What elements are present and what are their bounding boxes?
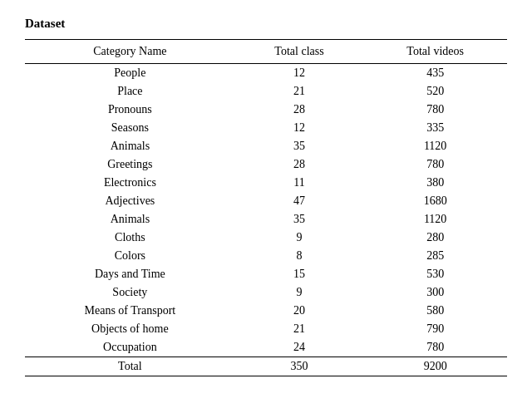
cell-category: Adjectives [25,192,235,210]
cell-total-class: 9 [235,283,364,302]
cell-total-videos: 300 [363,283,507,302]
cell-total-videos: 380 [363,174,507,192]
table-row: Pronouns28780 [25,101,507,119]
table-row: Colors8285 [25,247,507,265]
cell-total-class: 9 [235,229,364,247]
cell-total-videos: 285 [363,247,507,265]
dataset-title: Dataset [25,17,507,31]
cell-total-class: 15 [235,265,364,283]
table-row: Occupation24780 [25,338,507,357]
table-row: Days and Time15530 [25,265,507,283]
cell-category: Seasons [25,119,235,137]
table-row: Society9300 [25,283,507,302]
total-videos-value: 9200 [363,357,507,376]
cell-category: Greetings [25,155,235,174]
cell-total-class: 8 [235,247,364,265]
col-header-total-videos: Total videos [363,40,507,64]
cell-total-class: 21 [235,82,364,101]
cell-category: Animals [25,137,235,155]
cell-total-videos: 780 [363,338,507,357]
cell-total-class: 28 [235,101,364,119]
table-header-row: Category Name Total class Total videos [25,40,507,64]
table-row: Electronics11380 [25,174,507,192]
table-row: Place21520 [25,82,507,101]
cell-total-videos: 530 [363,265,507,283]
cell-category: Cloths [25,229,235,247]
cell-total-videos: 435 [363,64,507,83]
dataset-table: Category Name Total class Total videos P… [25,39,507,376]
cell-total-videos: 780 [363,155,507,174]
cell-category: Electronics [25,174,235,192]
cell-total-videos: 1120 [363,210,507,229]
cell-category: Place [25,82,235,101]
cell-total-class: 11 [235,174,364,192]
cell-category: Objects of home [25,320,235,338]
cell-total-class: 35 [235,137,364,155]
total-row: Total3509200 [25,357,507,376]
table-container: Category Name Total class Total videos P… [25,39,507,376]
table-row: People12435 [25,64,507,83]
cell-total-class: 12 [235,119,364,137]
col-header-category: Category Name [25,40,235,64]
cell-category: Means of Transport [25,302,235,320]
cell-category: Animals [25,210,235,229]
cell-total-videos: 280 [363,229,507,247]
cell-total-class: 12 [235,64,364,83]
table-row: Means of Transport20580 [25,302,507,320]
cell-category: Pronouns [25,101,235,119]
cell-category: Occupation [25,338,235,357]
cell-total-class: 35 [235,210,364,229]
table-row: Adjectives471680 [25,192,507,210]
cell-total-videos: 335 [363,119,507,137]
cell-total-class: 21 [235,320,364,338]
cell-total-videos: 1680 [363,192,507,210]
cell-total-videos: 780 [363,101,507,119]
table-row: Seasons12335 [25,119,507,137]
cell-total-class: 20 [235,302,364,320]
cell-total-class: 28 [235,155,364,174]
table-row: Animals351120 [25,137,507,155]
cell-total-videos: 1120 [363,137,507,155]
col-header-total-class: Total class [235,40,364,64]
table-row: Animals351120 [25,210,507,229]
total-class-value: 350 [235,357,364,376]
cell-category: People [25,64,235,83]
cell-total-videos: 580 [363,302,507,320]
total-label: Total [25,357,235,376]
cell-total-videos: 520 [363,82,507,101]
cell-category: Days and Time [25,265,235,283]
table-row: Cloths9280 [25,229,507,247]
table-row: Greetings28780 [25,155,507,174]
table-row: Objects of home21790 [25,320,507,338]
cell-category: Colors [25,247,235,265]
cell-total-class: 24 [235,338,364,357]
cell-category: Society [25,283,235,302]
cell-total-class: 47 [235,192,364,210]
cell-total-videos: 790 [363,320,507,338]
